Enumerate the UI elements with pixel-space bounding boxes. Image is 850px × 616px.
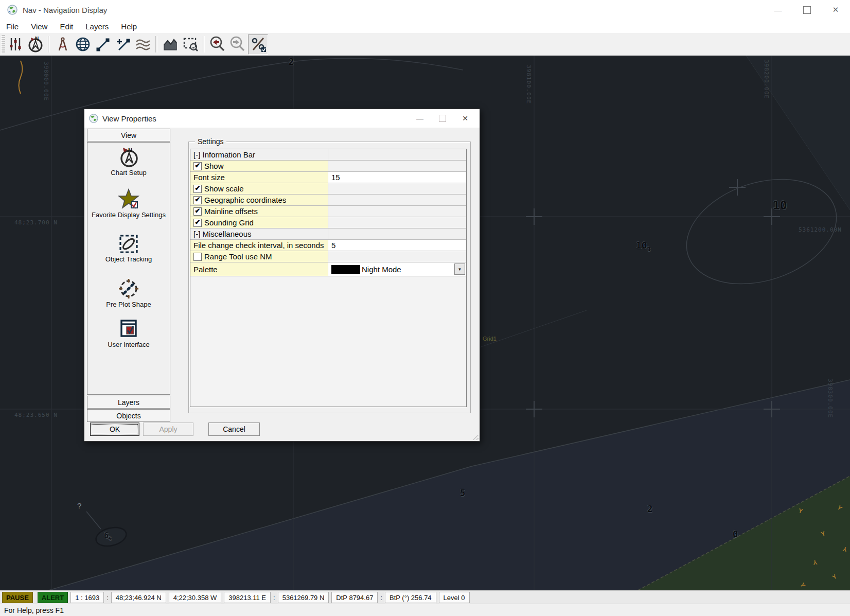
- sidebar-item-favorite-display-settings[interactable]: Favorite Display Settings: [87, 188, 170, 219]
- property-row: Font size 15: [190, 172, 466, 183]
- property-row: Show: [190, 161, 466, 172]
- alert-indicator[interactable]: ALERT: [38, 592, 68, 603]
- property-row-palette: Palette Night Mode ▼: [190, 262, 466, 276]
- contour-lines-icon: [134, 36, 152, 53]
- application-window: Nav - Navigation Display — ✕ File View E…: [0, 0, 850, 616]
- zoom-window-icon: [182, 36, 199, 53]
- easting-label: 398200.00E: [763, 60, 770, 99]
- utm-northing-label: 5361200.00N: [799, 226, 842, 233]
- compass-north-button[interactable]: N: [26, 35, 45, 54]
- dialog-minimize-icon[interactable]: —: [409, 111, 431, 126]
- cancel-button[interactable]: Cancel: [208, 423, 260, 436]
- zoom-next-button[interactable]: [228, 35, 247, 54]
- property-category-row[interactable]: [-] Miscellaneous: [190, 228, 466, 240]
- property-row: Sounding Grid: [190, 217, 466, 228]
- palette-color-swatch: [331, 265, 360, 274]
- apply-button[interactable]: Apply: [143, 423, 193, 436]
- property-row: Geographic coordinates: [190, 195, 466, 206]
- range-tool-nm-checkbox[interactable]: [193, 253, 202, 261]
- depth-sounding: 5: [460, 488, 465, 498]
- tab-view[interactable]: View: [87, 129, 170, 142]
- btp-panel: BtP (°) 256.74: [385, 592, 436, 603]
- view-properties-dialog: View Properties — ✕ View N Chart Setup: [84, 109, 480, 442]
- scale-percent-toggle-icon: [250, 36, 267, 52]
- property-category-row[interactable]: [-] Information Bar: [190, 149, 466, 161]
- property-row: Show scale: [190, 183, 466, 195]
- menu-help[interactable]: Help: [115, 22, 143, 31]
- dotted-circle-icon: [117, 277, 140, 300]
- sounding-grid-checkbox[interactable]: [193, 219, 202, 227]
- menu-edit[interactable]: Edit: [54, 22, 79, 31]
- pause-indicator[interactable]: PAUSE: [2, 592, 33, 603]
- query-mark: ?: [77, 501, 81, 510]
- easting-panel: 398213.11 E: [224, 592, 271, 603]
- depth-sounding: 0: [733, 529, 738, 539]
- file-check-interval-value[interactable]: 5: [328, 240, 466, 251]
- grid-feature-label: Grid1: [483, 336, 497, 342]
- help-bar: For Help, press F1: [0, 604, 850, 616]
- globe-grid-icon: [74, 36, 92, 53]
- sidebar-item-chart-setup[interactable]: N Chart Setup: [87, 147, 170, 177]
- measure-line-icon: [95, 36, 111, 52]
- property-row: Mainline offsets: [190, 206, 466, 217]
- latitude-panel: 48;23;46.924 N: [111, 592, 166, 603]
- dtp-panel: DtP 8794.67: [331, 592, 378, 603]
- show-checkbox[interactable]: [193, 162, 202, 170]
- toolbar-separator: [48, 36, 50, 52]
- scale-percent-toggle-button[interactable]: [248, 34, 268, 55]
- dialog-maximize-icon[interactable]: [431, 111, 454, 126]
- northing-label: 48;23.650 N: [14, 412, 58, 418]
- dialog-button-row: OK Apply Cancel: [84, 423, 480, 438]
- dashed-box-pen-icon: [118, 233, 139, 255]
- menu-view[interactable]: View: [25, 22, 54, 31]
- measure-line-button[interactable]: [93, 35, 112, 54]
- profile-chart-icon: [162, 36, 179, 53]
- window-check-icon: [117, 319, 140, 340]
- tab-objects[interactable]: Objects: [87, 409, 170, 422]
- dialog-close-icon[interactable]: ✕: [454, 111, 476, 126]
- menu-file[interactable]: File: [0, 22, 25, 31]
- add-line-button[interactable]: [113, 35, 132, 54]
- northing-panel: 5361269.79 N: [278, 592, 329, 603]
- zoom-previous-button[interactable]: [208, 35, 227, 54]
- easting-label: 398100.00E: [525, 65, 532, 104]
- svg-text:N: N: [128, 147, 132, 153]
- zoom-window-button[interactable]: [181, 35, 200, 54]
- depth-sounding: 65: [104, 531, 112, 541]
- show-scale-checkbox[interactable]: [193, 185, 202, 193]
- minimize-icon[interactable]: —: [764, 0, 792, 20]
- palette-combobox[interactable]: Night Mode ▼: [328, 262, 466, 276]
- northing-label: 48;23.700 N: [14, 219, 58, 226]
- contour-lines-button[interactable]: [133, 35, 152, 54]
- divider-compass-button[interactable]: [53, 35, 72, 54]
- palette-value: Night Mode: [362, 265, 401, 274]
- zoom-next-icon: [229, 36, 246, 53]
- settings-group-label: Settings: [195, 137, 226, 146]
- compass-north-icon: N: [117, 147, 140, 168]
- geographic-coordinates-checkbox[interactable]: [193, 196, 202, 204]
- tab-layers[interactable]: Layers: [87, 396, 170, 409]
- toolbar-gripper[interactable]: [1, 35, 5, 54]
- mainline-offsets-checkbox[interactable]: [193, 207, 202, 216]
- ok-button[interactable]: OK: [90, 423, 139, 436]
- app-globe-icon: [7, 5, 17, 15]
- maximize-icon[interactable]: [792, 0, 821, 20]
- menu-layers[interactable]: Layers: [79, 22, 115, 31]
- property-grid: [-] Information Bar Show Font size 15 Sh…: [190, 149, 467, 407]
- toolbar: N: [0, 33, 850, 56]
- status-bar: PAUSE ALERT 1 : 1693 : 48;23;46.924 N 4;…: [0, 590, 850, 604]
- toolbar-separator: [203, 36, 205, 52]
- dialog-titlebar[interactable]: View Properties — ✕: [84, 109, 480, 128]
- globe-grid-button[interactable]: [73, 35, 92, 54]
- property-row: Range Tool use NM: [190, 251, 466, 262]
- sidebar-item-pre-plot-shape[interactable]: Pre Plot Shape: [87, 277, 170, 308]
- chevron-down-icon[interactable]: ▼: [454, 263, 465, 275]
- font-size-value[interactable]: 15: [328, 172, 466, 183]
- sidebar-item-user-interface[interactable]: User Interface: [87, 319, 170, 348]
- close-icon[interactable]: ✕: [821, 0, 850, 20]
- sidebar-item-object-tracking[interactable]: Object Tracking: [87, 233, 170, 263]
- svg-text:N: N: [35, 36, 39, 42]
- help-text: For Help, press F1: [4, 606, 64, 614]
- mixer-sliders-button[interactable]: [6, 35, 25, 54]
- profile-chart-button[interactable]: [161, 35, 180, 54]
